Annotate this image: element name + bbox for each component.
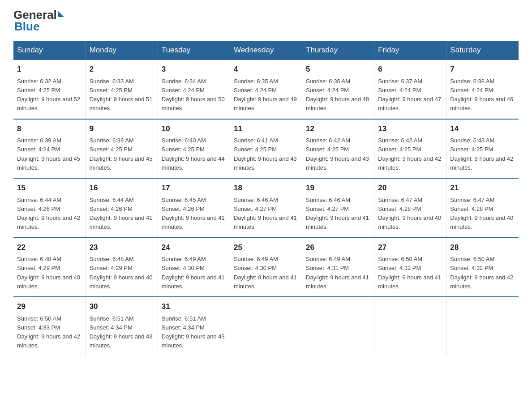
day-number: 3 xyxy=(162,64,226,75)
day-info: Sunrise: 6:49 AMSunset: 4:30 PMDaylight:… xyxy=(162,256,225,290)
calendar-week-row: 1Sunrise: 6:32 AMSunset: 4:25 PMDaylight… xyxy=(13,60,519,119)
day-info: Sunrise: 6:50 AMSunset: 4:33 PMDaylight:… xyxy=(17,315,80,349)
calendar-day-4: 4Sunrise: 6:35 AMSunset: 4:24 PMDaylight… xyxy=(230,60,302,119)
day-info: Sunrise: 6:46 AMSunset: 4:27 PMDaylight:… xyxy=(306,197,369,231)
day-info: Sunrise: 6:49 AMSunset: 4:31 PMDaylight:… xyxy=(306,256,369,290)
calendar-day-7: 7Sunrise: 6:38 AMSunset: 4:24 PMDaylight… xyxy=(446,60,519,119)
logo-blue: Blue xyxy=(14,21,64,32)
day-number: 15 xyxy=(17,182,82,194)
header-tuesday: Tuesday xyxy=(158,41,230,60)
day-info: Sunrise: 6:45 AMSunset: 4:26 PMDaylight:… xyxy=(162,197,225,231)
header-wednesday: Wednesday xyxy=(230,41,302,60)
day-info: Sunrise: 6:50 AMSunset: 4:32 PMDaylight:… xyxy=(450,256,513,290)
calendar-day-13: 13Sunrise: 6:42 AMSunset: 4:25 PMDayligh… xyxy=(374,119,446,179)
calendar-day-6: 6Sunrise: 6:37 AMSunset: 4:24 PMDaylight… xyxy=(374,60,446,119)
day-info: Sunrise: 6:51 AMSunset: 4:34 PMDaylight:… xyxy=(162,315,225,349)
day-info: Sunrise: 6:50 AMSunset: 4:32 PMDaylight:… xyxy=(378,256,441,290)
day-number: 4 xyxy=(234,64,298,75)
day-number: 30 xyxy=(90,301,154,313)
day-info: Sunrise: 6:32 AMSunset: 4:25 PMDaylight:… xyxy=(17,78,80,112)
day-number: 29 xyxy=(17,301,82,313)
calendar-week-row: 22Sunrise: 6:48 AMSunset: 4:29 PMDayligh… xyxy=(13,238,519,297)
day-info: Sunrise: 6:41 AMSunset: 4:25 PMDaylight:… xyxy=(234,137,297,171)
calendar-day-29: 29Sunrise: 6:50 AMSunset: 4:33 PMDayligh… xyxy=(13,297,86,356)
calendar-day-27: 27Sunrise: 6:50 AMSunset: 4:32 PMDayligh… xyxy=(374,238,446,297)
day-number: 9 xyxy=(90,123,154,135)
day-number: 18 xyxy=(234,182,298,194)
header-sunday: Sunday xyxy=(13,41,86,60)
day-number: 26 xyxy=(306,242,370,253)
calendar-table: SundayMondayTuesdayWednesdayThursdayFrid… xyxy=(13,41,519,356)
day-number: 21 xyxy=(450,182,515,194)
day-number: 27 xyxy=(378,242,442,253)
calendar-day-14: 14Sunrise: 6:43 AMSunset: 4:25 PMDayligh… xyxy=(446,119,519,179)
calendar-day-17: 17Sunrise: 6:45 AMSunset: 4:26 PMDayligh… xyxy=(158,178,230,238)
day-number: 12 xyxy=(306,123,370,135)
day-number: 14 xyxy=(450,123,515,135)
day-number: 13 xyxy=(378,123,442,135)
calendar-header-row: SundayMondayTuesdayWednesdayThursdayFrid… xyxy=(13,41,519,60)
day-number: 17 xyxy=(162,182,226,194)
day-number: 1 xyxy=(17,64,82,75)
day-info: Sunrise: 6:44 AMSunset: 4:26 PMDaylight:… xyxy=(17,197,80,231)
day-info: Sunrise: 6:49 AMSunset: 4:30 PMDaylight:… xyxy=(234,256,297,290)
calendar-day-22: 22Sunrise: 6:48 AMSunset: 4:29 PMDayligh… xyxy=(13,238,86,297)
day-number: 23 xyxy=(90,242,154,253)
calendar-day-9: 9Sunrise: 6:39 AMSunset: 4:25 PMDaylight… xyxy=(86,119,158,179)
calendar-day-18: 18Sunrise: 6:46 AMSunset: 4:27 PMDayligh… xyxy=(230,178,302,238)
calendar-day-25: 25Sunrise: 6:49 AMSunset: 4:30 PMDayligh… xyxy=(230,238,302,297)
calendar-week-row: 15Sunrise: 6:44 AMSunset: 4:26 PMDayligh… xyxy=(13,178,519,238)
day-info: Sunrise: 6:48 AMSunset: 4:29 PMDaylight:… xyxy=(90,256,153,290)
calendar-day-3: 3Sunrise: 6:34 AMSunset: 4:24 PMDaylight… xyxy=(158,60,230,119)
day-info: Sunrise: 6:35 AMSunset: 4:24 PMDaylight:… xyxy=(234,78,297,112)
day-number: 6 xyxy=(378,64,442,75)
day-number: 19 xyxy=(306,182,370,194)
day-info: Sunrise: 6:48 AMSunset: 4:29 PMDaylight:… xyxy=(17,256,80,290)
calendar-empty-cell xyxy=(230,297,302,356)
day-number: 5 xyxy=(306,64,370,75)
calendar-day-1: 1Sunrise: 6:32 AMSunset: 4:25 PMDaylight… xyxy=(13,60,86,119)
calendar-week-row: 8Sunrise: 6:39 AMSunset: 4:24 PMDaylight… xyxy=(13,119,519,179)
day-info: Sunrise: 6:36 AMSunset: 4:24 PMDaylight:… xyxy=(306,78,369,112)
calendar-empty-cell xyxy=(446,297,519,356)
day-info: Sunrise: 6:46 AMSunset: 4:27 PMDaylight:… xyxy=(234,197,297,231)
day-number: 7 xyxy=(450,64,515,75)
calendar-day-30: 30Sunrise: 6:51 AMSunset: 4:34 PMDayligh… xyxy=(86,297,158,356)
calendar-day-15: 15Sunrise: 6:44 AMSunset: 4:26 PMDayligh… xyxy=(13,178,86,238)
calendar-empty-cell xyxy=(302,297,374,356)
day-number: 10 xyxy=(162,123,226,135)
calendar-day-12: 12Sunrise: 6:42 AMSunset: 4:25 PMDayligh… xyxy=(302,119,374,179)
calendar-day-11: 11Sunrise: 6:41 AMSunset: 4:25 PMDayligh… xyxy=(230,119,302,179)
header-monday: Monday xyxy=(86,41,158,60)
logo-triangle-icon xyxy=(58,11,64,17)
day-info: Sunrise: 6:39 AMSunset: 4:24 PMDaylight:… xyxy=(17,137,80,171)
day-number: 22 xyxy=(17,242,82,253)
calendar-day-26: 26Sunrise: 6:49 AMSunset: 4:31 PMDayligh… xyxy=(302,238,374,297)
logo: General Blue xyxy=(13,9,64,32)
calendar-day-28: 28Sunrise: 6:50 AMSunset: 4:32 PMDayligh… xyxy=(446,238,519,297)
calendar-day-2: 2Sunrise: 6:33 AMSunset: 4:25 PMDaylight… xyxy=(86,60,158,119)
calendar-week-row: 29Sunrise: 6:50 AMSunset: 4:33 PMDayligh… xyxy=(13,297,519,356)
day-number: 25 xyxy=(234,242,298,253)
day-info: Sunrise: 6:38 AMSunset: 4:24 PMDaylight:… xyxy=(450,78,513,112)
calendar-day-24: 24Sunrise: 6:49 AMSunset: 4:30 PMDayligh… xyxy=(158,238,230,297)
day-info: Sunrise: 6:43 AMSunset: 4:25 PMDaylight:… xyxy=(450,137,513,171)
calendar-day-20: 20Sunrise: 6:47 AMSunset: 4:28 PMDayligh… xyxy=(374,178,446,238)
calendar-day-16: 16Sunrise: 6:44 AMSunset: 4:26 PMDayligh… xyxy=(86,178,158,238)
day-number: 16 xyxy=(90,182,154,194)
calendar-empty-cell xyxy=(374,297,446,356)
day-info: Sunrise: 6:44 AMSunset: 4:26 PMDaylight:… xyxy=(90,197,153,231)
header-saturday: Saturday xyxy=(446,41,519,60)
day-info: Sunrise: 6:42 AMSunset: 4:25 PMDaylight:… xyxy=(306,137,369,171)
logo-general: General xyxy=(13,9,57,21)
day-number: 8 xyxy=(17,123,82,135)
calendar-day-31: 31Sunrise: 6:51 AMSunset: 4:34 PMDayligh… xyxy=(158,297,230,356)
day-info: Sunrise: 6:34 AMSunset: 4:24 PMDaylight:… xyxy=(162,78,225,112)
calendar-day-10: 10Sunrise: 6:40 AMSunset: 4:25 PMDayligh… xyxy=(158,119,230,179)
day-info: Sunrise: 6:33 AMSunset: 4:25 PMDaylight:… xyxy=(90,78,153,112)
page-header: General Blue xyxy=(13,9,519,32)
header-friday: Friday xyxy=(374,41,446,60)
calendar-day-23: 23Sunrise: 6:48 AMSunset: 4:29 PMDayligh… xyxy=(86,238,158,297)
day-info: Sunrise: 6:51 AMSunset: 4:34 PMDaylight:… xyxy=(90,315,153,349)
day-info: Sunrise: 6:40 AMSunset: 4:25 PMDaylight:… xyxy=(162,137,225,171)
